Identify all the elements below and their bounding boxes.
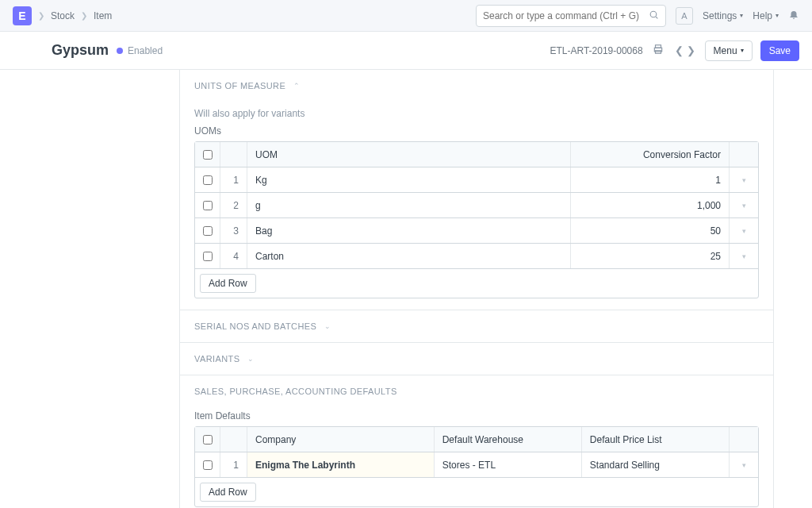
row-checkbox[interactable] xyxy=(203,201,213,210)
section-units-of-measure: Units of Measure ⌃ Will also apply for v… xyxy=(180,70,773,310)
col-warehouse: Default Warehouse xyxy=(435,427,582,452)
row-idx: 2 xyxy=(220,193,247,217)
next-icon[interactable]: ❯ xyxy=(685,44,697,56)
col-price-list: Default Price List xyxy=(582,427,730,452)
col-idx xyxy=(220,142,247,167)
row-uom[interactable]: Kg xyxy=(247,167,571,192)
row-idx: 3 xyxy=(220,218,247,243)
row-uom[interactable]: Bag xyxy=(247,218,571,243)
page-title: Gypsum xyxy=(52,42,109,59)
row-menu-icon[interactable]: ▾ xyxy=(730,452,758,477)
caret-down-icon: ▾ xyxy=(776,12,779,19)
form-area: Units of Measure ⌃ Will also apply for v… xyxy=(179,70,774,508)
navbar: E ❯ Stock ❯ Item A Settings▾ Help▾ xyxy=(0,0,812,32)
section-defaults: Sales, Purchase, Accounting Defaults Ite… xyxy=(180,375,773,508)
left-spacer xyxy=(0,70,179,508)
settings-menu[interactable]: Settings▾ xyxy=(703,10,743,21)
app-logo[interactable]: E xyxy=(13,6,32,25)
chevron-down-icon: ⌄ xyxy=(247,355,254,363)
status-label: Enabled xyxy=(128,45,163,56)
grid-header: UOM Conversion Factor xyxy=(195,142,758,167)
col-idx xyxy=(220,427,247,452)
row-uom[interactable]: Carton xyxy=(247,244,571,268)
defaults-grid: Company Default Warehouse Default Price … xyxy=(194,426,759,507)
select-all-checkbox[interactable] xyxy=(203,150,213,160)
table-row[interactable]: 1 Enigma The Labyrinth Stores - ETL Stan… xyxy=(195,452,758,478)
row-checkbox[interactable] xyxy=(203,226,213,236)
col-company: Company xyxy=(247,427,435,452)
row-checkbox[interactable] xyxy=(203,460,213,470)
table-row[interactable]: 4 Carton 25 ▾ xyxy=(195,244,758,269)
section-head-defaults[interactable]: Sales, Purchase, Accounting Defaults xyxy=(194,387,759,396)
row-menu-icon[interactable]: ▾ xyxy=(730,218,758,243)
section-serial-nos: Serial Nos and Batches ⌄ xyxy=(180,310,773,342)
svg-point-0 xyxy=(650,11,657,17)
col-conv: Conversion Factor xyxy=(571,142,730,167)
page-body: Units of Measure ⌃ Will also apply for v… xyxy=(0,70,812,508)
row-uom[interactable]: g xyxy=(247,193,571,217)
field-label-item-defaults: Item Defaults xyxy=(194,410,759,421)
chevron-down-icon: ⌄ xyxy=(324,322,331,330)
row-idx: 1 xyxy=(220,167,247,192)
row-idx: 1 xyxy=(220,452,247,477)
row-idx: 4 xyxy=(220,244,247,268)
table-row[interactable]: 1 Kg 1 ▾ xyxy=(195,167,758,193)
section-title: Units of Measure xyxy=(194,81,285,90)
row-menu-icon[interactable]: ▾ xyxy=(730,244,758,268)
save-button[interactable]: Save xyxy=(760,40,799,61)
chevron-right-icon: ❯ xyxy=(38,11,44,20)
section-head-variants[interactable]: Variants ⌄ xyxy=(194,354,759,364)
section-variants: Variants ⌄ xyxy=(180,342,773,375)
col-check xyxy=(195,142,220,167)
section-head-serial[interactable]: Serial Nos and Batches ⌄ xyxy=(194,321,759,331)
row-checkbox[interactable] xyxy=(203,252,213,261)
caret-down-icon: ▾ xyxy=(740,12,743,19)
document-id: ETL-ART-2019-00068 xyxy=(550,45,642,56)
section-title: Serial Nos and Batches xyxy=(194,321,316,331)
grid-footer: Add Row xyxy=(195,269,758,298)
row-price-list[interactable]: Standard Selling xyxy=(582,452,730,477)
nav-left: E ❯ Stock ❯ Item xyxy=(13,6,112,25)
prev-icon[interactable]: ❮ xyxy=(673,44,685,56)
row-conv[interactable]: 1,000 xyxy=(571,193,730,217)
caret-down-icon: ▾ xyxy=(741,47,744,54)
uom-grid: UOM Conversion Factor 1 Kg 1 ▾ 2 g 1,000 xyxy=(194,141,759,298)
header-actions: ETL-ART-2019-00068 ❮ ❯ Menu▾ Save xyxy=(550,40,799,61)
col-actions xyxy=(730,142,758,167)
row-conv[interactable]: 50 xyxy=(571,218,730,243)
nav-right: A Settings▾ Help▾ xyxy=(476,5,799,27)
menu-button[interactable]: Menu▾ xyxy=(705,40,753,61)
search-input[interactable] xyxy=(483,10,649,21)
row-conv[interactable]: 25 xyxy=(571,244,730,268)
chevron-up-icon: ⌃ xyxy=(293,82,300,90)
search-icon xyxy=(649,10,659,22)
row-menu-icon[interactable]: ▾ xyxy=(730,193,758,217)
page-header: Gypsum Enabled ETL-ART-2019-00068 ❮ ❯ Me… xyxy=(0,32,812,70)
bell-icon[interactable] xyxy=(788,9,799,22)
breadcrumb-item[interactable]: Item xyxy=(94,10,112,21)
print-icon[interactable] xyxy=(651,44,665,57)
row-warehouse[interactable]: Stores - ETL xyxy=(435,452,582,477)
add-row-button[interactable]: Add Row xyxy=(200,483,256,502)
row-checkbox[interactable] xyxy=(203,175,213,185)
search-box[interactable] xyxy=(476,5,666,27)
col-uom: UOM xyxy=(247,142,571,167)
status-dot-icon xyxy=(117,48,123,54)
field-label-uoms: UOMs xyxy=(194,125,759,137)
breadcrumb-stock[interactable]: Stock xyxy=(51,10,75,21)
avatar[interactable]: A xyxy=(676,7,693,25)
help-menu[interactable]: Help▾ xyxy=(753,10,779,21)
section-title: Variants xyxy=(194,354,239,364)
section-title: Sales, Purchase, Accounting Defaults xyxy=(194,387,397,396)
svg-line-1 xyxy=(656,17,657,18)
section-head-uom[interactable]: Units of Measure ⌃ xyxy=(194,81,759,90)
table-row[interactable]: 2 g 1,000 ▾ xyxy=(195,193,758,218)
row-conv[interactable]: 1 xyxy=(571,167,730,192)
row-menu-icon[interactable]: ▾ xyxy=(730,167,758,192)
row-company[interactable]: Enigma The Labyrinth xyxy=(247,452,435,477)
select-all-checkbox[interactable] xyxy=(203,435,213,444)
chevron-right-icon: ❯ xyxy=(81,11,87,20)
table-row[interactable]: 3 Bag 50 ▾ xyxy=(195,218,758,244)
grid-footer: Add Row xyxy=(195,478,758,506)
add-row-button[interactable]: Add Row xyxy=(200,274,256,293)
